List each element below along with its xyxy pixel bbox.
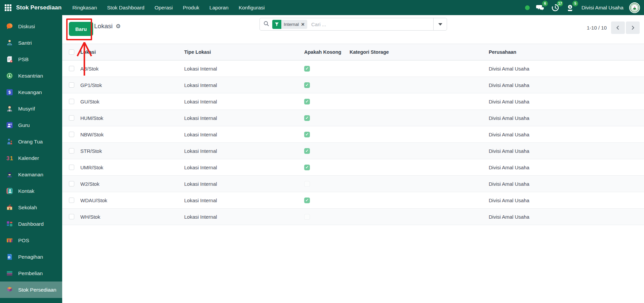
header-tipe-lokasi[interactable]: Tipe Lokasi [184,49,304,55]
menu-stok-dashboard[interactable]: Stok Dashboard [107,5,145,11]
menu-konfigurasi[interactable]: Konfigurasi [239,5,265,11]
new-button[interactable]: Baru [69,22,93,36]
user-company-name[interactable]: Divisi Amal Usaha [581,5,623,11]
apakah-kosong-checkbox [304,148,310,154]
menu-produk[interactable]: Produk [183,5,199,11]
chevron-left-icon [615,25,620,30]
caret-down-icon [438,23,442,26]
pembelian-icon [5,269,13,277]
cell-perusahaan: Divisi Amal Usaha [489,198,644,203]
search-dropdown-toggle[interactable] [433,18,447,30]
sidebar-item-partial[interactable] [0,298,62,303]
table-row[interactable]: WH/Stok Lokasi Internal Divisi Amal Usah… [62,209,644,225]
search-bar[interactable]: Internal × Cari ... [259,18,447,31]
cell-lokasi: STR/Stok [80,148,184,154]
table-row[interactable]: GU/Stok Lokasi Internal Divisi Amal Usah… [62,93,644,110]
cell-perusahaan: Divisi Amal Usaha [489,148,644,154]
select-all-checkbox[interactable] [69,49,74,55]
sidebar-item-orang-tua[interactable]: Orang Tua [0,133,62,150]
sidebar-item-kontak[interactable]: Kontak [0,183,62,199]
cell-lokasi: AB/Stok [80,66,184,72]
table-row[interactable]: NBW/Stok Lokasi Internal Divisi Amal Usa… [62,126,644,143]
menu-ringkasan[interactable]: Ringkasan [72,5,97,11]
pager-next-button[interactable] [626,21,640,34]
sidebar-item-label: Kontak [18,188,34,194]
svg-text:$: $ [8,256,10,258]
row-checkbox[interactable] [69,214,74,219]
cell-tipe-lokasi: Lokasi Internal [184,99,304,104]
table-row[interactable]: GP1/Stok Lokasi Internal Divisi Amal Usa… [62,77,644,93]
sidebar-item-pembelian[interactable]: Pembelian [0,265,62,282]
cell-lokasi: WDAU/Stok [80,198,184,203]
sidebar-item-psb[interactable]: PSB [0,51,62,68]
pager-range: 1-10 / 10 [587,25,607,31]
sidebar-item-penagihan[interactable]: $ Penagihan [0,249,62,265]
sidebar-item-label: Pembelian [18,270,43,276]
row-checkbox[interactable] [69,198,74,203]
pos-icon [5,236,13,245]
header-perusahaan[interactable]: Perusahaan [489,49,644,55]
row-checkbox[interactable] [69,66,74,71]
gear-icon[interactable]: ⚙ [116,24,121,29]
sidebar-item-kesantrian[interactable]: Kesantrian [0,68,62,84]
messages-icon[interactable]: 6 [535,3,545,12]
table-row[interactable]: W2/Stok Lokasi Internal Divisi Amal Usah… [62,176,644,192]
apps-grid-icon[interactable] [5,4,11,11]
cell-lokasi: GU/Stok [80,99,184,104]
penagihan-icon: $ [5,253,13,261]
search-filter-chip[interactable]: Internal × [272,20,307,29]
cell-perusahaan: Divisi Amal Usaha [489,82,644,88]
sidebar-item-stok-persediaan[interactable]: Stok Persediaan [0,282,62,298]
payments-icon[interactable]: $ 5 [566,3,575,12]
sidebar-item-musyrif[interactable]: Musyrif [0,100,62,117]
row-checkbox[interactable] [69,115,74,121]
keamanan-icon [5,171,13,179]
search-icon [264,21,269,28]
svg-text:3: 3 [6,155,9,161]
close-icon[interactable]: × [301,21,305,27]
menu-operasi[interactable]: Operasi [155,5,173,11]
header-apakah-kosong[interactable]: Apakah Kosong [304,49,350,55]
pager: 1-10 / 10 [587,21,640,34]
sidebar-item-santri[interactable]: Santri [0,35,62,51]
sidebar-item-sekolah[interactable]: Sekolah [0,199,62,216]
page-title: Lokasi [94,23,113,30]
table-row[interactable]: STR/Stok Lokasi Internal Divisi Amal Usa… [62,143,644,159]
table-row[interactable]: AB/Stok Lokasi Internal Divisi Amal Usah… [62,60,644,77]
sidebar-item-label: PSB [18,56,29,62]
sidebar-item-dashboard[interactable]: Dashboard [0,216,62,232]
sidebar-item-guru[interactable]: Guru [0,117,62,133]
diskusi-icon [5,23,13,31]
cell-tipe-lokasi: Lokasi Internal [184,82,304,88]
cell-perusahaan: Divisi Amal Usaha [489,181,644,187]
orang-tua-icon [5,138,13,146]
apakah-kosong-checkbox [304,214,310,220]
cell-tipe-lokasi: Lokasi Internal [184,198,304,203]
pager-previous-button[interactable] [611,21,625,34]
row-checkbox[interactable] [69,181,74,186]
row-checkbox[interactable] [69,148,74,154]
activities-clock-icon[interactable]: 17 [551,3,560,12]
sidebar-item-keuangan[interactable]: $ Keuangan [0,84,62,100]
sidebar-item-keamanan[interactable]: Keamanan [0,166,62,183]
table-row[interactable]: UMR/Stok Lokasi Internal Divisi Amal Usa… [62,159,644,176]
topbar: Stok Persediaan Ringkasan Stok Dashboard… [0,0,644,15]
app-name[interactable]: Stok Persediaan [16,4,62,11]
sidebar-item-kalender[interactable]: 31 Kalender [0,150,62,166]
cell-lokasi: WH/Stok [80,214,184,220]
sidebar-item-diskusi[interactable]: Diskusi [0,18,62,35]
menu-laporan[interactable]: Laporan [209,5,229,11]
row-checkbox[interactable] [69,165,74,170]
search-placeholder: Cari ... [311,21,326,27]
row-checkbox[interactable] [69,99,74,104]
sidebar-item-pos[interactable]: POS [0,232,62,249]
sidebar-item-label: Sekolah [18,205,37,211]
header-lokasi[interactable]: Lokasi [80,49,184,55]
table-row[interactable]: HUM/Stok Lokasi Internal Divisi Amal Usa… [62,110,644,126]
header-kategori-storage[interactable]: Kategori Storage [350,49,489,55]
user-avatar[interactable] [629,2,640,13]
row-checkbox[interactable] [69,82,74,88]
activities-badge: 17 [557,1,563,6]
table-row[interactable]: WDAU/Stok Lokasi Internal Divisi Amal Us… [62,192,644,209]
row-checkbox[interactable] [69,132,74,137]
